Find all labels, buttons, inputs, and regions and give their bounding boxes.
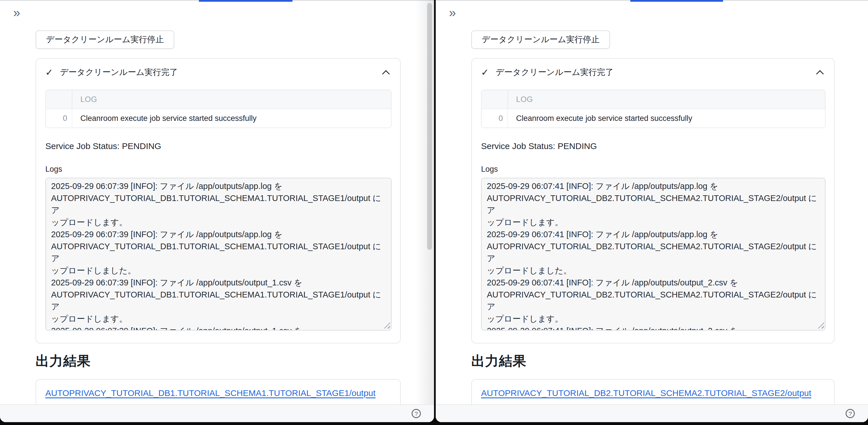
status-footer: ? — [436, 404, 868, 422]
table-header-row: LOG — [46, 90, 391, 109]
log-table: LOG 0 Cleanroom execute job service star… — [481, 90, 826, 128]
logs-textarea[interactable]: 2025-09-29 06:07:41 [INFO]: ファイル /app/ou… — [481, 178, 826, 331]
row-index-cell: 0 — [46, 109, 72, 127]
help-icon[interactable]: ? — [412, 409, 421, 418]
chevron-up-icon[interactable] — [816, 70, 824, 78]
callout-header[interactable]: ✓ データクリーンルーム実行完了 — [481, 66, 826, 79]
log-column-header: LOG — [508, 90, 825, 109]
scrollbar-thumb[interactable] — [427, 3, 432, 250]
stop-cleanroom-button[interactable]: データクリーンルーム実行停止 — [36, 30, 174, 49]
chevron-up-icon[interactable] — [382, 70, 390, 78]
row-log-cell: Cleanroom execute job service started su… — [508, 109, 825, 127]
table-row: 0 Cleanroom execute job service started … — [46, 109, 391, 127]
table-row: 0 Cleanroom execute job service started … — [482, 109, 825, 127]
notebook-window-right: » データクリーンルーム実行停止 ✓ データクリーンルーム実行完了 LOG — [436, 0, 868, 422]
output-stage-link[interactable]: AUTOPRIVACY_TUTORIAL_DB2.TUTORIAL_SCHEMA… — [481, 388, 811, 398]
service-job-status: Service Job Status: PENDING — [45, 141, 392, 151]
output-link-card: AUTOPRIVACY_TUTORIAL_DB1.TUTORIAL_SCHEMA… — [36, 379, 401, 408]
check-icon: ✓ — [481, 67, 489, 78]
logs-label: Logs — [481, 165, 826, 174]
row-index-cell: 0 — [482, 109, 508, 127]
log-column-header: LOG — [72, 90, 391, 109]
cell-output-area: データクリーンルーム実行停止 ✓ データクリーンルーム実行完了 LOG — [436, 0, 868, 408]
cell-output-area: データクリーンルーム実行停止 ✓ データクリーンルーム実行完了 LOG — [0, 0, 434, 408]
execution-complete-callout: ✓ データクリーンルーム実行完了 LOG 0 Cleanro — [471, 58, 835, 343]
logs-label: Logs — [45, 165, 392, 174]
stop-cleanroom-button[interactable]: データクリーンルーム実行停止 — [471, 30, 610, 49]
index-column-header — [46, 90, 72, 109]
logs-textarea-wrap: 2025-09-29 06:07:39 [INFO]: ファイル /app/ou… — [45, 178, 392, 331]
callout-title: データクリーンルーム実行完了 — [496, 67, 614, 78]
output-link-card: AUTOPRIVACY_TUTORIAL_DB2.TUTORIAL_SCHEMA… — [471, 379, 835, 408]
notebook-window-left: » データクリーンルーム実行停止 ✓ データクリーンルーム実行完了 LOG — [0, 0, 434, 422]
output-results-heading: 出力結果 — [36, 352, 401, 370]
index-column-header — [482, 90, 508, 109]
logs-textarea-wrap: 2025-09-29 06:07:41 [INFO]: ファイル /app/ou… — [481, 178, 826, 331]
callout-title: データクリーンルーム実行完了 — [60, 67, 178, 78]
row-log-cell: Cleanroom execute job service started su… — [72, 109, 391, 127]
output-stage-link[interactable]: AUTOPRIVACY_TUTORIAL_DB1.TUTORIAL_SCHEMA… — [45, 388, 375, 398]
callout-header[interactable]: ✓ データクリーンルーム実行完了 — [45, 66, 392, 79]
table-header-row: LOG — [482, 90, 825, 109]
logs-textarea[interactable]: 2025-09-29 06:07:39 [INFO]: ファイル /app/ou… — [45, 178, 392, 331]
output-results-heading: 出力結果 — [471, 352, 835, 370]
status-footer: ? — [0, 404, 434, 422]
check-icon: ✓ — [45, 67, 53, 78]
service-job-status: Service Job Status: PENDING — [481, 141, 826, 151]
log-table: LOG 0 Cleanroom execute job service star… — [45, 90, 392, 128]
help-icon[interactable]: ? — [846, 409, 855, 418]
execution-complete-callout: ✓ データクリーンルーム実行完了 LOG 0 Cleanro — [36, 58, 401, 343]
